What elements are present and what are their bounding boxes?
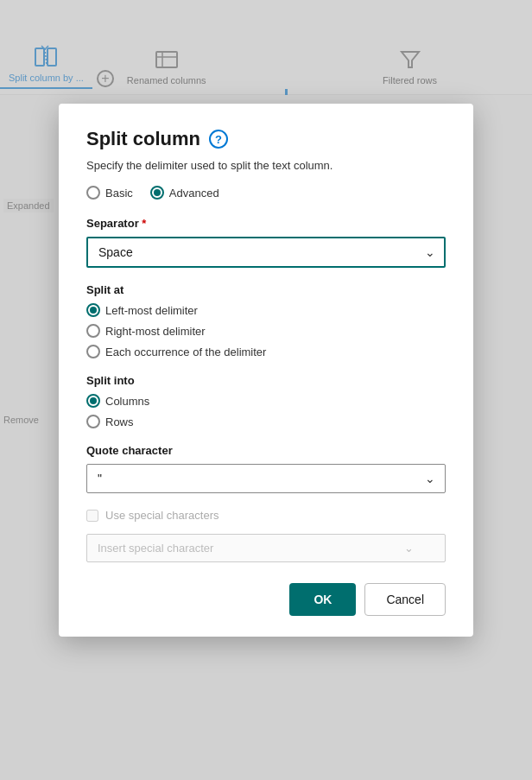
separator-required: * [142,217,146,230]
separator-dropdown-wrapper: Space Comma Tab Semicolon Colon Custom ⌄ [86,237,446,268]
modal-backdrop: Split column ? Specify the delimiter use… [0,0,532,780]
use-special-chars-checkbox[interactable] [86,510,98,522]
split-into-rows[interactable]: Rows [86,415,446,428]
separator-section: Separator * Space Comma Tab Semicolon Co… [86,217,446,268]
split-at-each[interactable]: Each occurrence of the delimiter [86,345,446,358]
split-column-dialog: Split column ? Specify the delimiter use… [59,104,473,637]
split-at-leftmost[interactable]: Left-most delimiter [86,303,446,317]
modal-title: Split column [86,128,200,150]
insert-special-button[interactable]: Insert special character ⌄ [86,534,446,562]
split-into-section: Split into Columns Rows [86,374,446,428]
mode-advanced-radio[interactable] [150,186,164,200]
quote-char-label: Quote character [86,444,446,457]
mode-advanced-label[interactable]: Advanced [150,186,219,200]
insert-special-wrapper: Insert special character ⌄ [86,534,446,562]
quote-char-dropdown-wrapper: " ' None ⌄ [86,464,446,493]
split-at-leftmost-radio[interactable] [86,303,100,317]
cancel-button[interactable]: Cancel [364,583,446,616]
help-icon[interactable]: ? [209,130,228,149]
mode-basic-radio[interactable] [86,186,100,200]
mode-row: Basic Advanced [86,186,446,200]
separator-select[interactable]: Space Comma Tab Semicolon Colon Custom [86,237,446,268]
use-special-chars-row: Use special characters [86,509,446,522]
action-row: OK Cancel [86,583,446,616]
insert-special-arrow-icon: ⌄ [404,542,414,555]
separator-label: Separator * [86,217,446,230]
split-into-rows-radio[interactable] [86,415,100,428]
modal-title-row: Split column ? [86,128,446,150]
split-at-label: Split at [86,283,446,296]
split-into-label: Split into [86,374,446,387]
modal-subtitle: Specify the delimiter used to split the … [86,159,446,172]
split-at-rightmost[interactable]: Right-most delimiter [86,324,446,338]
quote-char-section: Quote character " ' None ⌄ [86,444,446,493]
quote-char-select[interactable]: " ' None [86,464,446,493]
split-into-columns-radio[interactable] [86,394,100,408]
split-at-section: Split at Left-most delimiter Right-most … [86,283,446,358]
mode-basic-label[interactable]: Basic [86,186,133,200]
use-special-chars-label[interactable]: Use special characters [86,509,219,522]
split-at-each-radio[interactable] [86,345,100,358]
split-at-rightmost-radio[interactable] [86,324,100,338]
ok-button[interactable]: OK [289,583,356,616]
split-into-columns[interactable]: Columns [86,394,446,408]
